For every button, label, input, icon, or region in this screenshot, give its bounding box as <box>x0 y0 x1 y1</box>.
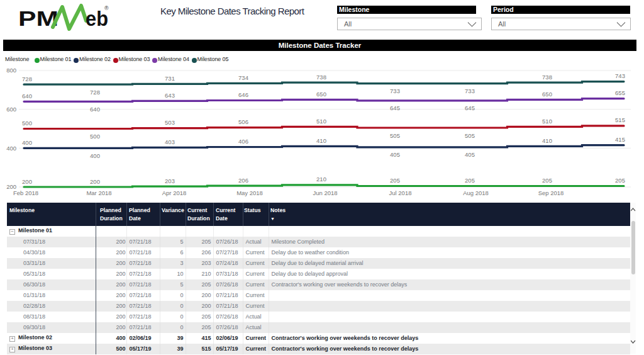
svg-text:205: 205 <box>615 177 625 184</box>
svg-text:Jul 2018: Jul 2018 <box>389 189 412 196</box>
svg-text:500: 500 <box>90 133 100 140</box>
svg-text:506: 506 <box>238 118 248 125</box>
svg-text:Sep 2018: Sep 2018 <box>538 189 564 196</box>
svg-text:203: 203 <box>165 178 175 184</box>
svg-text:655: 655 <box>615 89 625 96</box>
svg-text:400: 400 <box>90 152 100 159</box>
svg-text:645: 645 <box>465 104 475 111</box>
svg-text:731: 731 <box>165 75 175 82</box>
svg-text:200: 200 <box>22 178 32 185</box>
svg-text:400: 400 <box>22 139 32 146</box>
svg-text:510: 510 <box>316 118 326 125</box>
svg-text:Aug 2018: Aug 2018 <box>463 189 489 196</box>
svg-text:733: 733 <box>465 87 475 94</box>
svg-text:205: 205 <box>465 177 475 184</box>
svg-text:405: 405 <box>390 151 400 158</box>
svg-text:645: 645 <box>390 104 400 111</box>
svg-text:650: 650 <box>316 91 326 98</box>
svg-text:May 2018: May 2018 <box>236 189 263 196</box>
svg-text:738: 738 <box>542 74 552 81</box>
svg-text:206: 206 <box>238 177 248 184</box>
svg-text:800: 800 <box>6 67 16 74</box>
svg-text:728: 728 <box>22 76 32 82</box>
svg-text:210: 210 <box>316 176 326 183</box>
svg-text:405: 405 <box>465 151 475 158</box>
svg-text:600: 600 <box>6 106 16 113</box>
svg-text:500: 500 <box>22 120 32 127</box>
svg-text:200: 200 <box>90 178 100 185</box>
svg-text:Apr 2018: Apr 2018 <box>162 189 187 196</box>
svg-text:503: 503 <box>165 119 175 126</box>
svg-text:410: 410 <box>316 137 326 144</box>
svg-text:650: 650 <box>542 91 552 98</box>
svg-text:205: 205 <box>542 177 552 184</box>
svg-text:734: 734 <box>238 74 248 81</box>
svg-text:510: 510 <box>542 118 552 125</box>
svg-text:Jun 2018: Jun 2018 <box>313 189 337 196</box>
svg-text:Mar 2018: Mar 2018 <box>86 189 111 196</box>
svg-text:515: 515 <box>615 116 625 123</box>
svg-text:743: 743 <box>615 72 625 79</box>
svg-text:505: 505 <box>465 132 475 139</box>
svg-text:Feb 2018: Feb 2018 <box>13 189 38 196</box>
svg-text:505: 505 <box>390 132 400 139</box>
svg-text:410: 410 <box>542 137 552 144</box>
svg-text:415: 415 <box>615 136 625 143</box>
svg-text:643: 643 <box>165 92 175 99</box>
svg-text:733: 733 <box>390 87 400 94</box>
svg-text:406: 406 <box>238 138 248 145</box>
svg-text:728: 728 <box>90 89 100 96</box>
svg-text:403: 403 <box>165 138 175 145</box>
svg-text:640: 640 <box>22 93 32 99</box>
svg-text:640: 640 <box>90 106 100 113</box>
svg-text:205: 205 <box>390 177 400 184</box>
svg-text:400: 400 <box>6 145 16 152</box>
svg-text:738: 738 <box>316 74 326 81</box>
svg-text:646: 646 <box>238 91 248 98</box>
